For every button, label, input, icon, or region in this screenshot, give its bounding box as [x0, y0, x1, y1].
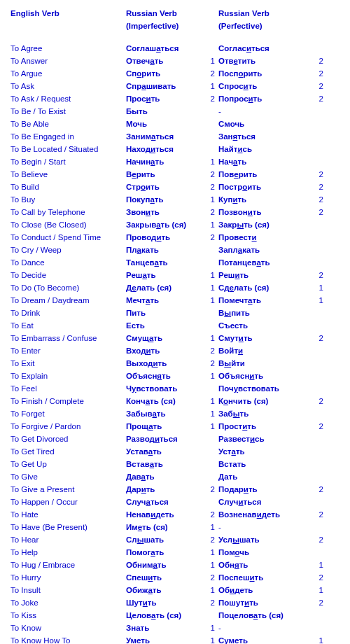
- imperfective-verb[interactable]: Соглашаться: [126, 42, 203, 55]
- english-verb[interactable]: To Enter: [10, 344, 126, 357]
- english-verb[interactable]: To Build: [10, 181, 126, 193]
- imperfective-verb[interactable]: Решать: [126, 269, 203, 281]
- english-verb[interactable]: To Be Able: [10, 118, 126, 130]
- imperfective-verb[interactable]: Пить: [126, 307, 203, 319]
- english-verb[interactable]: To Eat: [10, 319, 126, 332]
- perfective-verb[interactable]: Простить: [218, 420, 312, 433]
- imperfective-verb[interactable]: Спешить: [126, 571, 203, 584]
- imperfective-verb[interactable]: Давать: [126, 470, 203, 483]
- english-verb[interactable]: To Answer: [10, 55, 126, 67]
- perfective-verb[interactable]: Поспорить: [218, 67, 312, 80]
- english-verb[interactable]: To Joke: [10, 596, 126, 609]
- imperfective-verb[interactable]: Отвечать: [126, 55, 203, 67]
- perfective-verb[interactable]: Построить: [218, 181, 312, 193]
- perfective-verb[interactable]: Найтись: [218, 143, 312, 155]
- english-verb[interactable]: To Dream / Daydream: [10, 294, 126, 307]
- english-verb[interactable]: To Cry / Weep: [10, 244, 126, 256]
- perfective-verb[interactable]: Заняться: [218, 130, 312, 143]
- imperfective-verb[interactable]: Входить: [126, 344, 203, 357]
- imperfective-verb[interactable]: Иметь (ся): [126, 521, 203, 533]
- english-verb[interactable]: To Have (Be Present): [10, 521, 126, 533]
- imperfective-verb[interactable]: Дарить: [126, 483, 203, 496]
- english-verb[interactable]: To Forgive / Pardon: [10, 420, 126, 433]
- perfective-verb[interactable]: Закрыть (ся): [218, 218, 312, 231]
- perfective-verb[interactable]: Кончить (ся): [218, 395, 312, 407]
- imperfective-verb[interactable]: Быть: [126, 105, 203, 118]
- imperfective-verb[interactable]: Просить: [126, 92, 203, 105]
- perfective-verb[interactable]: Поцеловать (ся): [218, 609, 312, 622]
- imperfective-verb[interactable]: Делать (ся): [126, 281, 203, 294]
- imperfective-verb[interactable]: Помогать: [126, 546, 203, 559]
- imperfective-verb[interactable]: Находиться: [126, 143, 203, 155]
- perfective-verb[interactable]: Потанцевать: [218, 256, 312, 269]
- imperfective-verb[interactable]: Строить: [126, 181, 203, 193]
- perfective-verb[interactable]: Выпить: [218, 307, 312, 319]
- perfective-verb[interactable]: Смочь: [218, 118, 312, 130]
- english-verb[interactable]: To Argue: [10, 67, 126, 80]
- perfective-verb[interactable]: Пошутить: [218, 596, 312, 609]
- english-verb[interactable]: To Dance: [10, 256, 126, 269]
- english-verb[interactable]: To Finish / Complete: [10, 395, 126, 407]
- perfective-verb[interactable]: Ответить: [218, 55, 312, 67]
- perfective-verb[interactable]: Дать: [218, 470, 312, 483]
- english-verb[interactable]: To Get Tired: [10, 445, 126, 458]
- imperfective-verb[interactable]: Мочь: [126, 118, 203, 130]
- imperfective-verb[interactable]: Спорить: [126, 67, 203, 80]
- english-verb[interactable]: To Be Located / Situated: [10, 143, 126, 155]
- imperfective-verb[interactable]: Разводиться: [126, 433, 203, 445]
- perfective-verb[interactable]: Обидеть: [218, 584, 312, 596]
- imperfective-verb[interactable]: Заниматься: [126, 130, 203, 143]
- perfective-verb[interactable]: Помочь: [218, 546, 312, 559]
- english-verb[interactable]: To Know: [10, 622, 126, 634]
- perfective-verb[interactable]: Поверить: [218, 168, 312, 181]
- english-verb[interactable]: To Get Up: [10, 458, 126, 470]
- imperfective-verb[interactable]: Случаться: [126, 496, 203, 508]
- imperfective-verb[interactable]: Вставать: [126, 458, 203, 470]
- english-verb[interactable]: To Be / To Exist: [10, 105, 126, 118]
- perfective-verb[interactable]: Купить: [218, 193, 312, 206]
- imperfective-verb[interactable]: Забывать: [126, 407, 203, 420]
- perfective-verb[interactable]: Поспешить: [218, 571, 312, 584]
- imperfective-verb[interactable]: Прощать: [126, 420, 203, 433]
- english-verb[interactable]: To Happen / Occur: [10, 496, 126, 508]
- perfective-verb[interactable]: Помечтать: [218, 294, 312, 307]
- imperfective-verb[interactable]: Танцевать: [126, 256, 203, 269]
- perfective-verb[interactable]: Забыть: [218, 407, 312, 420]
- english-verb[interactable]: To Ask / Request: [10, 92, 126, 105]
- english-verb[interactable]: To Hear: [10, 533, 126, 546]
- perfective-verb[interactable]: Сделать (ся): [218, 281, 312, 294]
- imperfective-verb[interactable]: Мечтать: [126, 294, 203, 307]
- perfective-verb[interactable]: Заплакать: [218, 244, 312, 256]
- imperfective-verb[interactable]: Есть: [126, 319, 203, 332]
- english-verb[interactable]: To Insult: [10, 584, 126, 596]
- english-verb[interactable]: To Give a Present: [10, 483, 126, 496]
- perfective-verb[interactable]: Позвонить: [218, 206, 312, 218]
- perfective-verb[interactable]: Услышать: [218, 533, 312, 546]
- imperfective-verb[interactable]: Уставать: [126, 445, 203, 458]
- imperfective-verb[interactable]: Выходить: [126, 357, 203, 370]
- english-verb[interactable]: To Be Engaged in: [10, 130, 126, 143]
- english-verb[interactable]: To Feel: [10, 382, 126, 395]
- perfective-verb[interactable]: Провести: [218, 231, 312, 244]
- perfective-verb[interactable]: Выйти: [218, 357, 312, 370]
- perfective-verb[interactable]: Попросить: [218, 92, 312, 105]
- perfective-verb[interactable]: Возненавидеть: [218, 508, 312, 521]
- imperfective-verb[interactable]: Обнимать: [126, 559, 203, 571]
- imperfective-verb[interactable]: Объяснять: [126, 370, 203, 382]
- english-verb[interactable]: To Hate: [10, 508, 126, 521]
- perfective-verb[interactable]: Объяснить: [218, 370, 312, 382]
- imperfective-verb[interactable]: Смущать: [126, 332, 203, 344]
- imperfective-verb[interactable]: Целовать (ся): [126, 609, 203, 622]
- perfective-verb[interactable]: Смутить: [218, 332, 312, 344]
- perfective-verb[interactable]: Суметь: [218, 634, 312, 644]
- perfective-verb[interactable]: Развестись: [218, 433, 312, 445]
- imperfective-verb[interactable]: Кончать (ся): [126, 395, 203, 407]
- imperfective-verb[interactable]: Знать: [126, 622, 203, 634]
- perfective-verb[interactable]: Спросить: [218, 80, 312, 92]
- imperfective-verb[interactable]: Закрывать (ся): [126, 218, 203, 231]
- english-verb[interactable]: To Close (Be Closed): [10, 218, 126, 231]
- imperfective-verb[interactable]: Верить: [126, 168, 203, 181]
- english-verb[interactable]: To Exit: [10, 357, 126, 370]
- english-verb[interactable]: To Drink: [10, 307, 126, 319]
- perfective-verb[interactable]: Войти: [218, 344, 312, 357]
